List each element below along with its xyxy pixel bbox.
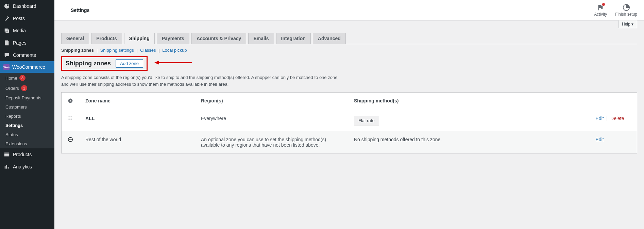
sub-label: Customers [5,104,27,110]
sidebar-item-posts[interactable]: Posts [0,12,54,24]
column-actions [590,93,637,110]
sidebar-label: Posts [13,16,25,21]
activity-button[interactable]: Activity [594,4,607,17]
sidebar-item-products[interactable]: Products [0,148,54,161]
section-heading: Shipping zones [66,60,111,67]
sub-label: Reports [5,114,21,119]
globe-icon [68,137,73,142]
tab-payments[interactable]: Payments [157,33,189,44]
woocommerce-icon: Wᴏᴏ [3,64,10,70]
subnav-classes[interactable]: Classes [140,48,156,53]
svg-point-6 [69,118,70,119]
zone-name: Rest of the world [79,131,195,153]
products-icon [3,151,10,158]
progress-circle-icon [623,4,630,11]
sub-label: Orders [5,86,19,91]
pushpin-icon [3,15,10,22]
sidebar-label: Media [13,28,26,33]
sub-label: Status [5,132,18,137]
tab-shipping[interactable]: Shipping [124,33,155,44]
sidebar-item-media[interactable]: Media [0,24,54,37]
svg-marker-1 [154,61,159,65]
media-icon [3,27,10,34]
zone-region: Everywhere [195,110,348,131]
subnav-shipping-zones[interactable]: Shipping zones [61,48,94,53]
sidebar-label: Dashboard [13,3,36,9]
sidebar-label: Products [13,152,32,157]
sub-navigation: Shipping zones | Shipping settings | Cla… [61,44,637,54]
sidebar-item-analytics[interactable]: Analytics [0,161,54,173]
content-area: Settings Activity Finish setup [54,0,644,229]
flag-icon [597,4,604,11]
tab-integration[interactable]: Integration [276,33,311,44]
topbar: Settings Activity Finish setup [54,0,644,20]
sidebar-sub-status[interactable]: Status [0,130,54,139]
zone-name: ALL [79,110,195,131]
sidebar-sub-home[interactable]: Home 3 [0,73,54,83]
pages-icon [3,39,10,46]
sidebar-label: WooCommerce [12,64,45,70]
activity-label: Activity [594,12,607,17]
dashboard-icon [3,3,10,10]
tab-general[interactable]: General [61,33,89,44]
sub-label: Home [5,76,17,81]
svg-text:?: ? [70,99,71,102]
svg-point-8 [69,119,70,120]
sidebar-item-woocommerce[interactable]: Wᴏᴏ WooCommerce [0,61,54,73]
page-title: Settings [71,7,89,13]
shipping-method-chip[interactable]: Flat rate [354,116,379,126]
sub-label: Settings [5,123,23,128]
column-zone-name: Zone name [79,93,195,110]
sidebar-sub-deposit-payments[interactable]: Deposit Payments [0,93,54,102]
count-badge: 3 [19,75,26,81]
zone-methods-text: No shipping methods offered to this zone… [348,131,590,153]
zone-region: An optional zone you can use to set the … [195,131,348,153]
svg-point-9 [71,119,72,120]
sidebar-item-dashboard[interactable]: Dashboard [0,0,54,12]
svg-point-4 [69,116,70,117]
admin-sidebar: Dashboard Posts Media Pages Comments [0,0,54,229]
tab-advanced[interactable]: Advanced [313,33,346,44]
finish-setup-button[interactable]: Finish setup [615,4,637,17]
svg-point-7 [71,118,72,119]
sidebar-sub-extensions[interactable]: Extensions [0,139,54,148]
sidebar-sub-customers[interactable]: Customers [0,102,54,112]
subnav-shipping-settings[interactable]: Shipping settings [100,48,134,53]
column-handle: ? [62,93,80,110]
sidebar-sub-reports[interactable]: Reports [0,112,54,121]
table-row: Rest of the world An optional zone you c… [62,131,637,153]
tab-accounts-privacy[interactable]: Accounts & Privacy [191,33,247,44]
shipping-zones-table: ? Zone name Region(s) Shipping method(s) [61,92,637,153]
settings-tabs: General Products Shipping Payments Accou… [61,30,637,44]
column-methods: Shipping method(s) [348,93,590,110]
notification-dot [602,3,605,6]
sidebar-label: Analytics [13,164,32,169]
sidebar-sub-orders[interactable]: Orders 1 [0,83,54,93]
table-row: ALL Everywhere Flat rate Edit | Delete [62,110,637,131]
edit-link[interactable]: Edit [596,116,604,121]
subnav-local-pickup[interactable]: Local pickup [162,48,187,53]
sub-label: Deposit Payments [5,95,41,100]
tab-emails[interactable]: Emails [248,33,274,44]
column-regions: Region(s) [195,93,348,110]
sidebar-label: Comments [13,52,36,58]
tab-products[interactable]: Products [91,33,122,44]
delete-link[interactable]: Delete [610,116,624,121]
sub-label: Extensions [5,141,27,146]
annotation-arrow-icon [154,59,192,67]
help-tab[interactable]: Help ▾ [618,20,637,28]
sidebar-sub-settings[interactable]: Settings [0,121,54,130]
comments-icon [3,52,10,59]
section-description: A shipping zone consists of the region(s… [61,74,340,87]
sidebar-label: Pages [13,40,27,46]
drag-handle-icon[interactable] [68,116,72,121]
sidebar-item-pages[interactable]: Pages [0,37,54,49]
finish-label: Finish setup [615,12,637,17]
sidebar-item-comments[interactable]: Comments [0,49,54,61]
sidebar-submenu: Home 3 Orders 1 Deposit Payments Custome… [0,73,54,148]
analytics-icon [3,163,10,170]
help-icon: ? [68,98,73,103]
add-zone-button[interactable]: Add zone [116,59,143,68]
edit-link[interactable]: Edit [596,137,604,142]
heading-highlight: Shipping zones Add zone [61,56,148,71]
